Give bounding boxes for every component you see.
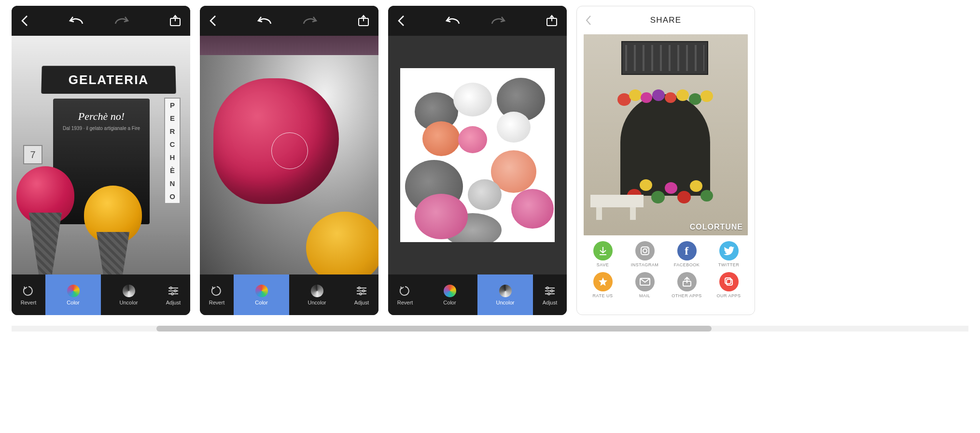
top-bar xyxy=(388,6,567,36)
uncolor-button[interactable]: Uncolor xyxy=(477,274,533,315)
editor-screen-1: GELATERIA Perchè no! Dal 1939 · il gelat… xyxy=(12,6,190,315)
share-other-apps[interactable]: OTHER APPS xyxy=(668,272,706,298)
share-icon[interactable] xyxy=(169,14,182,27)
revert-button[interactable]: Revert xyxy=(388,274,422,315)
share-screen: SHARE xyxy=(576,6,755,315)
svg-point-5 xyxy=(170,287,172,289)
svg-point-27 xyxy=(643,249,647,253)
svg-point-14 xyxy=(363,290,364,292)
share-preview: COLORTUNE xyxy=(584,34,748,235)
back-icon[interactable] xyxy=(209,14,217,28)
horizontal-scrollbar[interactable] xyxy=(12,326,968,332)
share-title: SHARE xyxy=(650,15,682,25)
undo-icon[interactable] xyxy=(68,16,84,26)
editor-screen-2: Revert Color Uncolor Adjust xyxy=(200,6,378,315)
svg-point-13 xyxy=(358,287,360,289)
svg-rect-34 xyxy=(725,278,731,284)
adjust-button[interactable]: Adjust xyxy=(345,274,378,315)
redo-icon xyxy=(302,16,318,26)
redo-icon xyxy=(113,16,130,26)
svg-point-23 xyxy=(548,293,550,295)
share-twitter[interactable]: TWITTER xyxy=(710,241,748,267)
share-save[interactable]: SAVE xyxy=(584,241,622,267)
share-icon[interactable] xyxy=(357,14,370,27)
uncolor-button[interactable]: Uncolor xyxy=(101,274,156,315)
vertical-sign: P E R C H È N O xyxy=(164,98,181,204)
svg-point-22 xyxy=(551,290,553,292)
share-grid: SAVE INSTAGRAM f FACEBOOK TWITTER xyxy=(577,235,755,305)
back-icon[interactable] xyxy=(585,14,592,26)
redo-icon xyxy=(490,16,506,26)
top-bar xyxy=(12,6,190,36)
brush-cursor xyxy=(271,132,308,169)
svg-rect-33 xyxy=(727,279,732,285)
share-icon[interactable] xyxy=(546,14,558,27)
watermark: COLORTUNE xyxy=(690,223,743,231)
share-instagram[interactable]: INSTAGRAM xyxy=(626,241,664,267)
share-our-apps[interactable]: OUR APPS xyxy=(710,272,748,298)
editor-screen-3: Revert Color Uncolor Adjust xyxy=(388,6,567,315)
top-bar xyxy=(200,6,378,36)
share-mail[interactable]: MAIL xyxy=(626,272,664,298)
house-number: 7 xyxy=(23,145,42,164)
undo-icon[interactable] xyxy=(445,16,461,26)
svg-point-21 xyxy=(546,287,548,289)
neon-sign: Perchè no! xyxy=(78,110,125,123)
svg-point-28 xyxy=(647,248,648,249)
gelato-yellow xyxy=(84,186,142,274)
image-canvas[interactable] xyxy=(200,36,378,274)
scrollbar-thumb[interactable] xyxy=(156,326,712,332)
image-canvas[interactable]: GELATERIA Perchè no! Dal 1939 · il gelat… xyxy=(12,36,190,274)
svg-point-7 xyxy=(171,293,173,295)
gelato-pink xyxy=(16,166,74,274)
back-icon[interactable] xyxy=(20,14,29,28)
svg-point-6 xyxy=(174,290,176,292)
adjust-button[interactable]: Adjust xyxy=(533,274,567,315)
revert-button[interactable]: Revert xyxy=(200,274,234,315)
bottom-toolbar: Revert Color Uncolor Adjust xyxy=(12,274,190,315)
color-button[interactable]: Color xyxy=(422,274,477,315)
screenshots-row: GELATERIA Perchè no! Dal 1939 · il gelat… xyxy=(0,0,980,324)
adjust-button[interactable]: Adjust xyxy=(156,274,190,315)
store-sign: GELATERIA xyxy=(41,66,176,94)
share-header: SHARE xyxy=(577,6,755,34)
share-rate-us[interactable]: RATE US xyxy=(584,272,622,298)
bouquet xyxy=(400,68,555,242)
color-button[interactable]: Color xyxy=(234,274,289,315)
share-facebook[interactable]: f FACEBOOK xyxy=(668,241,706,267)
color-button[interactable]: Color xyxy=(45,274,101,315)
undo-icon[interactable] xyxy=(256,16,273,26)
uncolor-button[interactable]: Uncolor xyxy=(289,274,345,315)
back-icon[interactable] xyxy=(397,14,406,28)
image-canvas[interactable] xyxy=(388,36,567,274)
revert-button[interactable]: Revert xyxy=(12,274,45,315)
svg-marker-29 xyxy=(599,277,607,286)
svg-point-15 xyxy=(360,293,362,295)
